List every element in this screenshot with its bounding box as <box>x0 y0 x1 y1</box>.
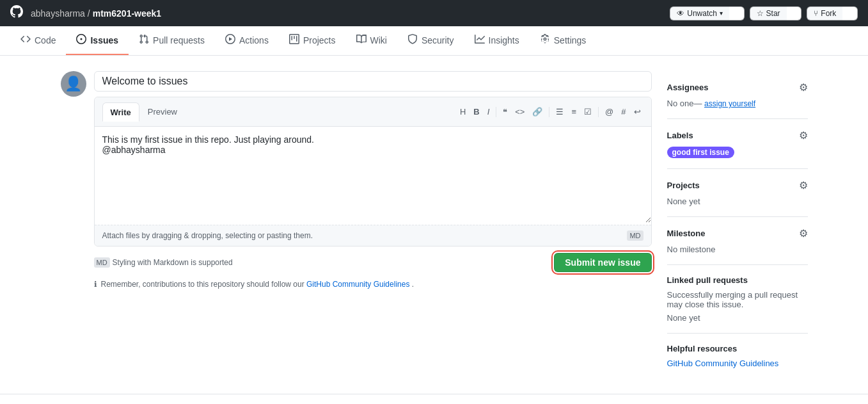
actions-icon <box>225 34 235 46</box>
assignees-value: No one— assign yourself <box>667 99 808 108</box>
star-count: 0 <box>787 6 802 20</box>
projects-section: Projects ⚙ None yet <box>667 169 808 217</box>
italic-button[interactable]: I <box>485 104 493 119</box>
assignees-header: Assignees ⚙ <box>667 81 808 93</box>
assign-yourself-link[interactable]: assign yourself <box>704 99 755 108</box>
nav-issues-label: Issues <box>90 35 118 45</box>
header-actions: 👁 Unwatch ▾ 1 ☆ Star 0 ⑂ Fork 0 <box>670 6 858 20</box>
github-logo-icon <box>10 5 23 21</box>
helpful-title: Helpful resources <box>667 344 738 353</box>
editor-container: Write Preview H B I ❝ <> 🔗 <box>94 97 652 246</box>
link-button[interactable]: 🔗 <box>530 104 545 119</box>
community-guidelines-sidebar-link[interactable]: GitHub Community Guidelines <box>667 359 779 368</box>
reply-button[interactable]: ↩ <box>631 104 643 119</box>
nav-code-label: Code <box>35 35 56 45</box>
projects-value: None yet <box>667 197 808 206</box>
nav-insights[interactable]: Insights <box>464 26 530 55</box>
write-tab[interactable]: Write <box>102 102 139 122</box>
projects-gear-icon[interactable]: ⚙ <box>799 179 808 191</box>
repo-nav: Code Issues Pull requests Actions Projec… <box>0 26 868 56</box>
heading-button[interactable]: H <box>457 104 468 119</box>
info-icon: ℹ <box>94 280 97 289</box>
repo-title: abhaysharma / mtm6201-week1 <box>10 5 161 21</box>
unwatch-group: 👁 Unwatch ▾ 1 <box>670 6 744 20</box>
md-badge: MD <box>627 230 643 241</box>
linked-pr-desc: Successfully merging a pull request may … <box>667 290 808 309</box>
issue-form-column: 👤 Write Preview H B <box>61 71 652 378</box>
nav-projects[interactable]: Projects <box>279 26 346 55</box>
assignees-section: Assignees ⚙ No one— assign yourself <box>667 71 808 119</box>
projects-header: Projects ⚙ <box>667 179 808 191</box>
star-group: ☆ Star 0 <box>750 6 802 20</box>
nav-security[interactable]: Security <box>397 26 464 55</box>
task-list-button[interactable]: ☑ <box>581 104 594 119</box>
milestone-header: Milestone ⚙ <box>667 227 808 239</box>
gh-header: abhaysharma / mtm6201-week1 👁 Unwatch ▾ … <box>0 0 868 26</box>
milestone-section: Milestone ⚙ No milestone <box>667 217 808 265</box>
nav-security-label: Security <box>422 35 454 45</box>
community-guidelines-link[interactable]: GitHub Community Guidelines <box>306 280 409 289</box>
bold-button[interactable]: B <box>471 104 482 119</box>
nav-projects-label: Projects <box>303 35 336 45</box>
eye-icon: 👁 <box>677 9 684 18</box>
repo-name[interactable]: mtm6201-week1 <box>93 8 161 19</box>
fork-button[interactable]: ⑂ Fork <box>807 6 842 20</box>
milestone-value: No milestone <box>667 245 808 254</box>
toolbar-sep-2 <box>549 107 549 117</box>
editor-toolbar: H B I ❝ <> 🔗 ☰ ≡ ☑ @ # ↩ <box>457 104 643 119</box>
nav-settings[interactable]: Settings <box>530 26 597 55</box>
quote-button[interactable]: ❝ <box>500 104 510 119</box>
reference-button[interactable]: # <box>619 104 628 119</box>
linked-pr-section: Linked pull requests Successfully mergin… <box>667 265 808 334</box>
md-icon: MD <box>94 257 110 268</box>
nav-pull-requests-label: Pull requests <box>153 35 205 45</box>
nav-actions[interactable]: Actions <box>215 26 279 55</box>
milestone-gear-icon[interactable]: ⚙ <box>799 227 808 239</box>
issues-icon <box>76 34 86 46</box>
unwatch-button[interactable]: 👁 Unwatch ▾ <box>670 6 729 20</box>
good-first-issue-badge[interactable]: good first issue <box>667 147 734 158</box>
helpful-section: Helpful resources GitHub Community Guide… <box>667 334 808 378</box>
fork-group: ⑂ Fork 0 <box>807 6 858 20</box>
mention-button[interactable]: @ <box>603 104 616 119</box>
nav-wiki[interactable]: Wiki <box>346 26 397 55</box>
projects-title: Projects <box>667 181 700 190</box>
unordered-list-button[interactable]: ☰ <box>553 104 566 119</box>
helpful-header: Helpful resources <box>667 344 808 353</box>
editor-tab-group: Write Preview <box>102 102 186 121</box>
nav-code[interactable]: Code <box>10 26 66 55</box>
markdown-support-text: Styling with Markdown is supported <box>113 258 233 267</box>
preview-tab[interactable]: Preview <box>139 102 185 121</box>
editor-body <box>95 127 651 225</box>
ordered-list-button[interactable]: ≡ <box>569 104 579 119</box>
editor-tabs-bar: Write Preview H B I ❝ <> 🔗 <box>95 97 651 127</box>
code-icon <box>20 34 31 46</box>
linked-pr-title: Linked pull requests <box>667 275 748 285</box>
fork-count: 0 <box>842 6 858 20</box>
issue-form: Write Preview H B I ❝ <> 🔗 <box>94 71 652 378</box>
markdown-note: MD Styling with Markdown is supported <box>94 257 233 268</box>
action-bar: MD Styling with Markdown is supported Su… <box>94 253 652 272</box>
submit-new-issue-button[interactable]: Submit new issue <box>554 253 651 272</box>
security-icon <box>407 34 418 46</box>
assignees-title: Assignees <box>667 83 709 92</box>
issue-title-input[interactable] <box>94 71 652 92</box>
nav-pull-requests[interactable]: Pull requests <box>129 26 215 55</box>
attach-area[interactable]: Attach files by dragging & dropping, sel… <box>95 225 651 246</box>
milestone-title: Milestone <box>667 229 706 238</box>
star-button[interactable]: ☆ Star <box>750 6 787 20</box>
labels-title: Labels <box>667 131 693 140</box>
issue-body-textarea[interactable] <box>95 127 651 223</box>
owner-name[interactable]: abhaysharma <box>31 8 85 19</box>
community-note: ℹ Remember, contributions to this reposi… <box>94 280 652 289</box>
labels-gear-icon[interactable]: ⚙ <box>799 129 808 141</box>
settings-icon <box>540 34 550 46</box>
separator: / <box>88 8 90 19</box>
assignees-gear-icon[interactable]: ⚙ <box>799 81 808 93</box>
code-button[interactable]: <> <box>512 104 527 119</box>
nav-issues[interactable]: Issues <box>66 26 129 55</box>
linked-pr-none: None yet <box>667 313 808 323</box>
insights-icon <box>475 34 485 46</box>
star-icon: ☆ <box>757 9 764 18</box>
main-content: 👤 Write Preview H B <box>51 56 818 394</box>
